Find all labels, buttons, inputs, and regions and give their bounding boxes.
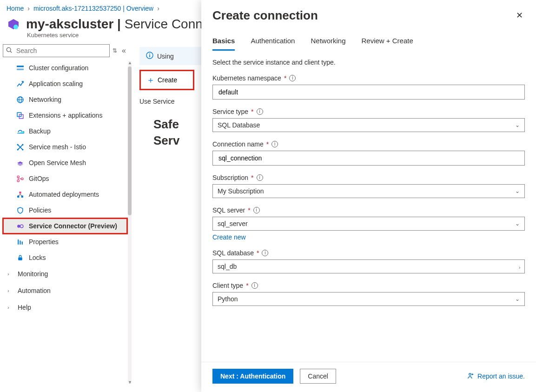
info-icon [146, 52, 153, 60]
tab-authentication[interactable]: Authentication [251, 33, 295, 51]
sidebar-item-label: Automated deployments [29, 191, 99, 199]
service-connector-icon [16, 222, 24, 230]
blade-hint: Select the service instance and client t… [212, 59, 525, 66]
info-bar-text: Using [157, 53, 174, 60]
select-subscription[interactable]: My Subscription ⌄ [212, 184, 525, 198]
sidebar-item-extensions[interactable]: Extensions + applications [3, 107, 127, 123]
sidebar-item-automated-deployments[interactable]: Automated deployments [3, 186, 127, 202]
properties-icon [16, 238, 24, 246]
select-value: Python [218, 295, 238, 303]
next-authentication-button[interactable]: Next : Authentication [212, 369, 293, 384]
sidebar-section-label: Help [18, 304, 31, 311]
info-icon[interactable]: i [257, 174, 263, 181]
sidebar-item-label: Application scaling [29, 80, 83, 88]
svg-point-27 [20, 225, 23, 227]
locks-icon [16, 253, 24, 262]
svg-rect-21 [17, 195, 19, 197]
breadcrumb-resource[interactable]: microsoft.aks-1721132537250 | Overview [33, 5, 153, 12]
policies-icon [16, 206, 24, 214]
sidebar-item-backup[interactable]: Backup [3, 123, 127, 139]
sidebar-item-properties[interactable]: Properties [3, 234, 127, 250]
sidebar-item-policies[interactable]: Policies [3, 202, 127, 218]
required-icon: * [257, 249, 259, 257]
svg-rect-31 [18, 257, 22, 260]
select-service-type[interactable]: SQL Database ⌄ [212, 118, 525, 132]
svg-point-16 [22, 149, 23, 150]
required-icon: * [251, 108, 253, 115]
chevron-down-icon: ⌄ [515, 188, 520, 194]
select-client-type[interactable]: Python ⌄ [212, 292, 525, 306]
required-icon: * [246, 282, 248, 289]
svg-rect-5 [17, 68, 24, 70]
svg-rect-34 [149, 55, 150, 57]
sidebar-item-open-service-mesh[interactable]: Open Service Mesh [3, 155, 127, 171]
info-icon[interactable]: i [253, 207, 260, 213]
collapse-sidebar-icon[interactable]: « [120, 47, 128, 55]
sidebar-section-monitoring[interactable]: › Monitoring [3, 266, 127, 282]
svg-point-26 [17, 225, 20, 227]
svg-rect-29 [20, 240, 20, 245]
sidebar-item-label: Policies [29, 206, 51, 214]
sidebar-item-label: Cluster configuration [29, 64, 88, 72]
required-icon: * [251, 174, 253, 181]
svg-point-18 [17, 179, 19, 181]
field-connection-name: Connection name * i [212, 140, 525, 166]
tab-networking[interactable]: Networking [311, 33, 345, 51]
sidebar-item-networking[interactable]: Networking [3, 92, 127, 107]
chevron-down-icon: ⌟ [516, 264, 521, 269]
chevron-right-icon: › [7, 305, 13, 310]
input-kubernetes-namespace[interactable] [212, 85, 525, 100]
info-icon[interactable]: i [289, 75, 296, 81]
sidebar-item-service-connector[interactable]: Service Connector (Preview) [3, 218, 127, 234]
create-new-sql-server-link[interactable]: Create new [212, 233, 246, 241]
select-value: sql_server [218, 220, 248, 227]
cancel-button[interactable]: Cancel [300, 369, 336, 384]
report-issue-link[interactable]: Report an issue. [467, 372, 525, 381]
sidebar-item-gitops[interactable]: GitOps [3, 171, 127, 186]
svg-rect-22 [21, 195, 23, 197]
svg-point-33 [149, 53, 150, 54]
select-value: My Subscription [218, 187, 264, 195]
sidebar-item-label: Service Connector (Preview) [29, 222, 117, 230]
sidebar-item-label: Networking [29, 96, 61, 104]
backup-icon [16, 127, 24, 135]
close-icon[interactable]: ✕ [514, 8, 525, 22]
info-icon[interactable]: i [271, 141, 278, 147]
report-issue-label: Report an issue. [477, 372, 525, 380]
info-icon[interactable]: i [262, 250, 268, 256]
sidebar-item-service-mesh-istio[interactable]: Service mesh - Istio [3, 139, 127, 155]
sidebar-section-help[interactable]: › Help [3, 299, 127, 316]
svg-point-15 [17, 149, 18, 150]
field-sql-server: SQL server * i sql_server ⌄ Create new [212, 206, 525, 241]
extensions-icon [16, 111, 24, 120]
sidebar-section-automation[interactable]: › Automation [3, 282, 127, 299]
tab-basics[interactable]: Basics [212, 33, 235, 51]
svg-rect-20 [19, 192, 21, 193]
create-button[interactable]: ＋ Create [139, 70, 194, 90]
sidebar-item-locks[interactable]: Locks [3, 250, 127, 266]
info-icon[interactable]: i [257, 108, 263, 115]
field-client-type: Client type * i Python ⌄ [212, 282, 525, 306]
sidebar-item-application-scaling[interactable]: Application scaling [3, 76, 127, 92]
breadcrumb-home[interactable]: Home [7, 5, 24, 12]
auto-deploy-icon [16, 190, 24, 199]
sidebar-item-label: Locks [29, 254, 46, 262]
select-value: sql_db [218, 263, 237, 270]
search-input[interactable] [3, 44, 110, 57]
expand-icon[interactable]: ⇅ [112, 47, 117, 54]
label-connection-name: Connection name * i [212, 140, 525, 148]
tab-review-create[interactable]: Review + Create [361, 33, 413, 51]
svg-rect-28 [18, 239, 19, 245]
svg-line-3 [10, 51, 12, 53]
sidebar-item-label: Service mesh - Istio [29, 143, 86, 151]
info-icon[interactable]: i [251, 282, 258, 289]
chevron-down-icon: ⌄ [515, 220, 520, 227]
select-sql-database[interactable]: sql_db ⌟ [212, 259, 525, 273]
label-sql-database: SQL database * i [212, 249, 525, 257]
sidebar-item-cluster-configuration[interactable]: Cluster configuration [3, 60, 127, 76]
input-connection-name[interactable] [212, 151, 525, 166]
required-icon: * [266, 140, 269, 148]
select-sql-server[interactable]: sql_server ⌄ [212, 217, 525, 231]
field-sql-database: SQL database * i sql_db ⌟ [212, 249, 525, 273]
label-subscription: Subscription * i [212, 174, 525, 181]
